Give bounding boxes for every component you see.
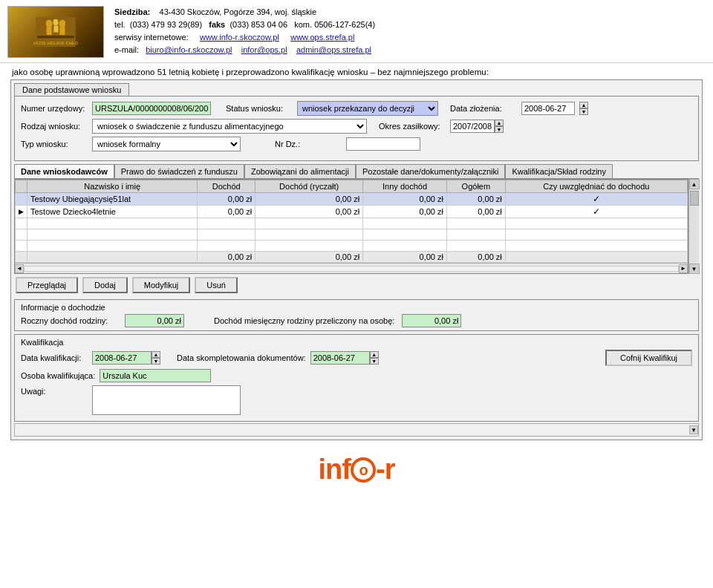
bottom-scroll-right[interactable]: ▼ xyxy=(689,425,698,434)
osoba-label: Osoba kwalifikująca: xyxy=(21,371,95,380)
svg-rect-4 xyxy=(59,27,65,35)
row-inny-dochod-1: 0,00 zł xyxy=(363,193,447,206)
scroll-left-btn[interactable]: ◄ xyxy=(15,264,24,273)
data-kwal-input[interactable] xyxy=(92,351,152,365)
row-inny-dochod-2: 0,00 zł xyxy=(363,206,447,218)
email3[interactable]: admin@ops.strefa.pl xyxy=(296,45,371,54)
rodzaj-select[interactable]: wniosek o świadczenie z funduszu aliment… xyxy=(92,119,367,134)
wnioskodawcy-table: Nazwisko i imię Dochód Dochód (ryczałt) … xyxy=(15,180,688,263)
skomp-spinner-down[interactable]: ▼ xyxy=(370,358,379,365)
form-row-3: Typ wniosku: wniosek formalny Nr Dz.: xyxy=(21,137,692,151)
svg-text:ANAZIS HELIOS CHŁOPI: ANAZIS HELIOS CHŁOPI xyxy=(33,40,78,45)
logo-circle: o xyxy=(351,457,376,483)
dodaj-button[interactable]: Dodaj xyxy=(82,277,128,293)
col-uwzgledniaj: Czy uwzględniać do dochodu xyxy=(505,180,687,193)
scroll-track[interactable] xyxy=(24,266,679,272)
data-zlozenia-input[interactable] xyxy=(521,102,575,115)
uwagi-textarea[interactable] xyxy=(92,385,241,415)
link1[interactable]: www.info-r.skoczow.pl xyxy=(200,33,279,42)
okres-spinner[interactable]: ▲ ▼ xyxy=(495,120,504,133)
email1[interactable]: biuro@info-r.skoczow.pl xyxy=(146,45,232,54)
numer-input[interactable] xyxy=(92,102,211,115)
col-arrow xyxy=(16,180,27,193)
tabs-strip: Dane wnioskodawców Prawo do świadczeń z … xyxy=(14,164,699,179)
siedziba-line: Siedziba: 43-430 Skoczów, Pogórze 394, w… xyxy=(114,6,375,19)
tel-label: tel. xyxy=(114,20,126,29)
form-row-1: Numer urzędowy: Status wniosku: wniosek … xyxy=(21,101,692,116)
basic-data-form: Numer urzędowy: Status wniosku: wniosek … xyxy=(14,96,699,161)
total-dochod: 0,00 zł xyxy=(198,252,255,263)
scroll-thumb[interactable] xyxy=(690,191,699,206)
email-label: e-mail: xyxy=(114,45,139,54)
table-row[interactable]: Testowy Ubiegającysię51lat 0,00 zł 0,00 … xyxy=(16,193,688,206)
kwal-spinner-up[interactable]: ▲ xyxy=(152,351,160,358)
cofnij-kwalifikuj-button[interactable]: Cofnij Kwalifikuj xyxy=(605,350,692,366)
total-inny-dochod: 0,00 zł xyxy=(363,252,447,263)
faks-label: faks xyxy=(209,20,225,29)
data-zlozenia-spinner[interactable]: ▲ ▼ xyxy=(579,102,588,115)
okres-spinner-down[interactable]: ▼ xyxy=(495,126,504,133)
status-select[interactable]: wniosek przekazany do decyzji xyxy=(297,101,438,116)
data-skomp-input[interactable] xyxy=(310,351,370,365)
scroll-up-btn[interactable]: ▲ xyxy=(689,179,700,189)
vertical-scrollbar[interactable]: ▲ ▼ xyxy=(688,179,699,274)
kom-value: 0506-127-625(4) xyxy=(314,20,375,29)
okres-input[interactable] xyxy=(450,120,495,133)
svg-rect-6 xyxy=(53,26,58,33)
scroll-right-btn[interactable]: ► xyxy=(679,264,688,273)
svg-rect-7 xyxy=(37,36,74,39)
data-kwal-spinner[interactable]: ▲ ▼ xyxy=(152,351,160,365)
row-name-1: Testowy Ubiegającysię51lat xyxy=(27,193,198,206)
bottom-scroll-area: ▼ xyxy=(14,423,699,437)
status-label: Status wniosku: xyxy=(226,104,293,113)
row-arrow-2: ▶ xyxy=(16,206,27,218)
okres-spinner-up[interactable]: ▲ xyxy=(495,120,504,126)
serwisy-label: serwisy internetowe: xyxy=(114,33,189,42)
nr-dz-input[interactable] xyxy=(346,137,420,151)
kwal-spinner-down[interactable]: ▼ xyxy=(152,358,160,365)
form-row-2: Rodzaj wniosku: wniosek o świadczenie z … xyxy=(21,119,692,134)
modyfikuj-button[interactable]: Modyfikuj xyxy=(132,277,190,293)
roczny-input[interactable] xyxy=(125,314,184,327)
tab-prawo[interactable]: Prawo do świadczeń z funduszu xyxy=(114,164,244,178)
miesieczny-label: Dochód miesięczny rodziny przeliczony na… xyxy=(214,316,394,325)
osoba-input[interactable] xyxy=(100,369,211,382)
income-info-section: Informacje o dochodzie Roczny dochód rod… xyxy=(14,299,699,331)
total-dochod-ryczalt: 0,00 zł xyxy=(255,252,363,263)
scroll-down-btn[interactable]: ▼ xyxy=(689,264,700,274)
svg-point-1 xyxy=(46,20,53,28)
spinner-down[interactable]: ▼ xyxy=(579,108,588,115)
faks-value: (033) 853 04 06 xyxy=(229,20,287,29)
table-row[interactable]: ▶ Testowe Dziecko4letnie 0,00 zł 0,00 zł… xyxy=(16,206,688,218)
action-buttons-row: Przeglądaj Dodaj Modyfikuj Usuń xyxy=(14,274,699,296)
infor-logo: info-r xyxy=(319,454,395,486)
data-skomp-spinner[interactable]: ▲ ▼ xyxy=(370,351,379,365)
row-name-2: Testowe Dziecko4letnie xyxy=(27,206,198,218)
data-zlozenia-label: Data złożenia: xyxy=(450,104,517,113)
table-row xyxy=(16,218,688,229)
miesieczny-input[interactable] xyxy=(402,314,461,327)
skomp-spinner-up[interactable]: ▲ xyxy=(370,351,379,358)
svg-point-5 xyxy=(53,19,58,26)
email-line: e-mail: biuro@info-r.skoczow.pl infor@op… xyxy=(114,44,375,56)
row-dochod-ryczalt-1: 0,00 zł xyxy=(255,193,363,206)
tab-kwalifikacja[interactable]: Kwalifikacja/Skład rodziny xyxy=(505,164,613,178)
email2[interactable]: infor@ops.pl xyxy=(241,45,287,54)
svg-rect-2 xyxy=(47,27,52,35)
tab-wnioskodawcow[interactable]: Dane wnioskodawców xyxy=(14,164,114,178)
typ-select[interactable]: wniosek formalny xyxy=(92,137,241,151)
company-info: Siedziba: 43-430 Skoczów, Pogórze 394, w… xyxy=(104,6,375,58)
kwal-row-1: Data kwalifikacji: ▲ ▼ Data skompletowan… xyxy=(21,350,692,366)
col-ogolom: Ogółem xyxy=(446,180,505,193)
kwal-row-3: Uwagi: xyxy=(21,385,692,415)
roczny-label: Roczny dochód rodziny: xyxy=(21,316,117,325)
przegladaj-button[interactable]: Przeglądaj xyxy=(16,277,78,293)
table-row xyxy=(16,241,688,252)
tab-zobowiazani[interactable]: Zobowiązani do alimentacji xyxy=(244,164,356,178)
horizontal-scrollbar[interactable]: ◄ ► xyxy=(15,263,688,273)
spinner-up[interactable]: ▲ xyxy=(579,102,588,108)
basic-data-section: Dane podstawowe wniosku Numer urzędowy: … xyxy=(14,83,699,161)
usun-button[interactable]: Usuń xyxy=(195,277,238,293)
tab-pozostale[interactable]: Pozostałe dane/dokumenty/załączniki xyxy=(356,164,505,178)
link2[interactable]: www.ops.strefa.pl xyxy=(290,33,354,42)
